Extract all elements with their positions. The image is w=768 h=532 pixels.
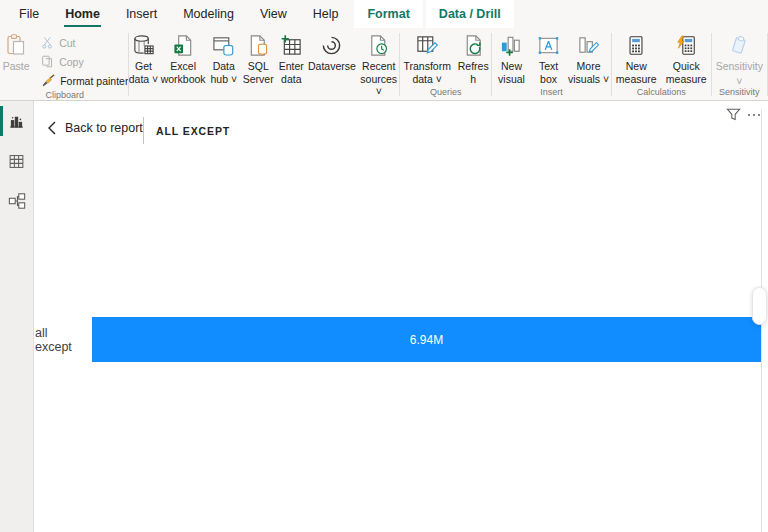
paste-button[interactable]: Paste [2, 31, 35, 73]
more-options-icon [753, 114, 756, 117]
copy-button[interactable]: Copy [37, 52, 127, 71]
sensitivity-button[interactable]: Sensitivity ˅ [712, 31, 767, 87]
more-options-icon [758, 114, 761, 117]
get-data-label: Get data ˅ [129, 60, 160, 85]
tab-modeling[interactable]: Modeling [170, 0, 247, 28]
format-painter-icon [41, 74, 55, 88]
group-label-queries: Queries [430, 87, 462, 100]
sidebar-item-report-view[interactable] [0, 101, 33, 141]
cut-label: Cut [59, 37, 75, 49]
filter-icon[interactable] [724, 105, 742, 123]
sql-server-icon [247, 32, 270, 58]
tab-help[interactable]: Help [300, 0, 352, 28]
more-options-icon [748, 114, 751, 117]
tab-data-drill[interactable]: Data / Drill [426, 0, 514, 28]
new-measure-button[interactable]: New measure [612, 31, 660, 85]
new-measure-icon [625, 32, 647, 58]
report-view-icon [8, 113, 25, 130]
ribbon-group-data: Get data ˅ Excel workbook [129, 28, 400, 100]
cut-icon [41, 36, 54, 49]
quick-measure-icon [675, 32, 697, 58]
scrollbar-thumb[interactable] [752, 287, 767, 325]
bar-data-label: 6.94M [410, 333, 443, 347]
ribbon-group-calculations: New measure [612, 28, 711, 100]
new-measure-label: New measure [612, 60, 660, 85]
tab-home[interactable]: Home [52, 0, 113, 28]
group-label-sensitivity: Sensitivity [719, 87, 760, 100]
visual-title: ALL EXCEPT [156, 125, 230, 137]
data-hub-label: Data hub ˅ [207, 60, 240, 85]
enter-data-label: Enter data [276, 60, 306, 85]
ribbon-group-clipboard: Paste Cut [2, 28, 128, 100]
refresh-icon [462, 32, 485, 58]
excel-workbook-button[interactable]: Excel workbook [160, 31, 206, 85]
data-hub-button[interactable]: Data hub ˅ [207, 31, 240, 85]
excel-workbook-icon [172, 32, 195, 58]
transform-data-label: Transform data ˅ [401, 60, 454, 85]
ribbon-group-sensitivity: Sensitivity ˅ Sensitivity [712, 28, 767, 100]
tab-file[interactable]: File [6, 0, 52, 28]
group-label-calculations: Calculations [637, 87, 686, 100]
new-visual-button[interactable]: New visual [494, 31, 530, 85]
new-visual-label: New visual [494, 60, 530, 85]
sensitivity-label: Sensitivity [716, 60, 763, 73]
sensitivity-icon [728, 32, 750, 58]
more-visuals-button[interactable]: More visuals ˅ [568, 31, 610, 85]
back-to-report-label: Back to report [65, 121, 143, 135]
group-label-clipboard: Clipboard [46, 90, 85, 100]
cut-button[interactable]: Cut [37, 33, 127, 52]
dataverse-button[interactable]: Dataverse [307, 31, 356, 73]
tab-format[interactable]: Format [354, 0, 422, 28]
bar-category-label: all except [35, 317, 85, 362]
text-box-label: Text box [533, 60, 565, 85]
refresh-label: Refresh [456, 60, 491, 85]
transform-data-icon [416, 32, 439, 58]
enter-data-button[interactable]: Enter data [276, 31, 306, 85]
report-canvas: Back to report ALL EXCEPT all except 6.9… [35, 101, 768, 532]
get-data-button[interactable]: Get data ˅ [129, 31, 160, 85]
data-hub-icon [212, 32, 235, 58]
dataverse-icon [320, 32, 343, 58]
header-divider [143, 117, 144, 144]
group-label-insert: Insert [540, 87, 563, 100]
refresh-button[interactable]: Refresh [456, 31, 491, 85]
quick-measure-label: Quick measure [662, 60, 710, 85]
recent-sources-button[interactable]: Recent sources ˅ [357, 31, 399, 98]
excel-workbook-label: Excel workbook [160, 60, 206, 85]
view-switcher-sidebar [0, 101, 34, 532]
recent-sources-icon [367, 32, 390, 58]
transform-data-button[interactable]: Transform data ˅ [401, 31, 454, 85]
ribbon-group-insert: New visual [492, 28, 611, 100]
quick-measure-button[interactable]: Quick measure [662, 31, 710, 85]
copy-icon [41, 55, 54, 68]
sidebar-item-model-view[interactable] [0, 181, 33, 221]
sidebar-item-data-view[interactable] [0, 141, 33, 181]
paste-label: Paste [3, 60, 30, 73]
group-label-data: Data [254, 98, 273, 101]
data-view-icon [8, 153, 25, 170]
back-to-report-button[interactable]: Back to report [48, 121, 143, 135]
get-data-icon [132, 32, 155, 58]
enter-data-icon [280, 32, 303, 58]
more-visuals-label: More visuals ˅ [568, 60, 610, 85]
ribbon: File Home Insert Modeling View Help Form… [0, 0, 768, 101]
copy-label: Copy [59, 56, 84, 68]
sql-server-button[interactable]: SQL Server [241, 31, 275, 85]
text-box-button[interactable]: Text box [533, 31, 565, 85]
new-visual-icon [500, 32, 523, 58]
ribbon-tab-row: File Home Insert Modeling View Help Form… [0, 0, 768, 28]
sensitivity-chevron: ˅ [736, 75, 742, 88]
text-box-icon [537, 32, 560, 58]
recent-sources-label: Recent sources ˅ [357, 60, 399, 98]
powerbi-window: File Home Insert Modeling View Help Form… [0, 0, 768, 532]
back-icon [48, 121, 56, 135]
bar-all-except[interactable]: 6.94M [92, 317, 761, 362]
sql-server-label: SQL Server [241, 60, 275, 85]
more-visuals-icon [577, 32, 600, 58]
ribbon-content: Paste Cut [0, 28, 768, 100]
dataverse-label: Dataverse [308, 60, 356, 73]
format-painter-button[interactable]: Format painter [37, 71, 127, 90]
ribbon-group-queries: Transform data ˅ Refresh [400, 28, 491, 100]
tab-view[interactable]: View [247, 0, 300, 28]
tab-insert[interactable]: Insert [113, 0, 170, 28]
